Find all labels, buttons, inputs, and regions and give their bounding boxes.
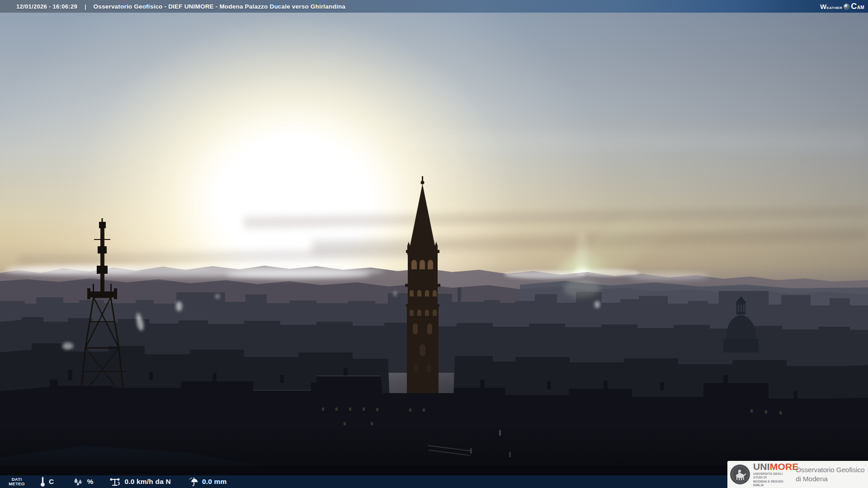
webcam-photo xyxy=(0,0,868,488)
webcam-page: 12/01/2026 - 16:06:29 | Osservatorio Geo… xyxy=(0,0,868,488)
dati-meteo-label: DATI METEO xyxy=(7,477,26,487)
unimore-uni: UNI xyxy=(753,461,770,472)
city-silhouette-scene xyxy=(0,0,868,488)
humidity-readout: % xyxy=(73,478,93,486)
unimore-seal-icon xyxy=(730,464,750,485)
thermometer-icon xyxy=(40,477,46,487)
top-info-bar: 12/01/2026 - 16:06:29 | Osservatorio Geo… xyxy=(0,0,868,13)
sun-pillar xyxy=(576,232,588,274)
anemometer-icon xyxy=(108,477,121,487)
camera-lens-icon xyxy=(844,4,849,9)
separator: | xyxy=(85,3,86,10)
ghirlandina-tower xyxy=(405,176,440,412)
weathercam-logo[interactable]: Weather Cam xyxy=(820,0,864,13)
rain-value: 0.0 mm xyxy=(202,478,227,486)
datetime-text: 12/01/2026 - 16:06:29 xyxy=(16,3,77,10)
sun-wash xyxy=(564,279,600,297)
rain-readout: 0.0 mm xyxy=(189,477,227,487)
wind-readout: 0.0 km/h da N xyxy=(108,477,171,487)
temperature-readout: C xyxy=(40,477,54,487)
webcam-title: Osservatorio Geofisico - DIEF UNIMORE - … xyxy=(94,3,345,10)
umbrella-icon xyxy=(189,477,199,487)
weathercam-logo-weather: Weather xyxy=(820,3,842,10)
unimore-subtitle: UNIVERSITÀ DEGLI STUDI DI MODENA E REGGI… xyxy=(753,472,793,488)
temperature-value: C xyxy=(49,478,54,486)
humidity-value: % xyxy=(87,478,93,486)
unimore-more: MORE xyxy=(770,461,799,472)
unimore-wordmark: UNIMORE UNIVERSITÀ DEGLI STUDI DI MODENA… xyxy=(753,462,793,488)
unimore-brand-box: UNIMORE UNIVERSITÀ DEGLI STUDI DI MODENA… xyxy=(727,461,868,488)
wind-value: 0.0 km/h da N xyxy=(124,478,171,486)
droplets-icon xyxy=(73,478,84,486)
weathercam-logo-cam: Cam xyxy=(851,2,864,11)
observatory-name: Osservatorio Geofisico di Modena xyxy=(796,465,864,483)
